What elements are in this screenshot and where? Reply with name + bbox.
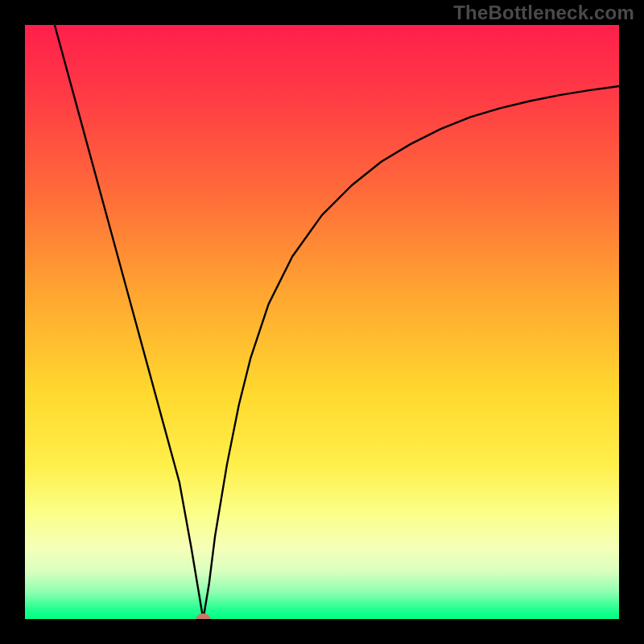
optimum-marker (196, 613, 210, 625)
bottleneck-chart (0, 0, 644, 644)
gradient-background (25, 25, 619, 619)
chart-frame: TheBottleneck.com (0, 0, 644, 644)
watermark-text: TheBottleneck.com (453, 2, 634, 24)
